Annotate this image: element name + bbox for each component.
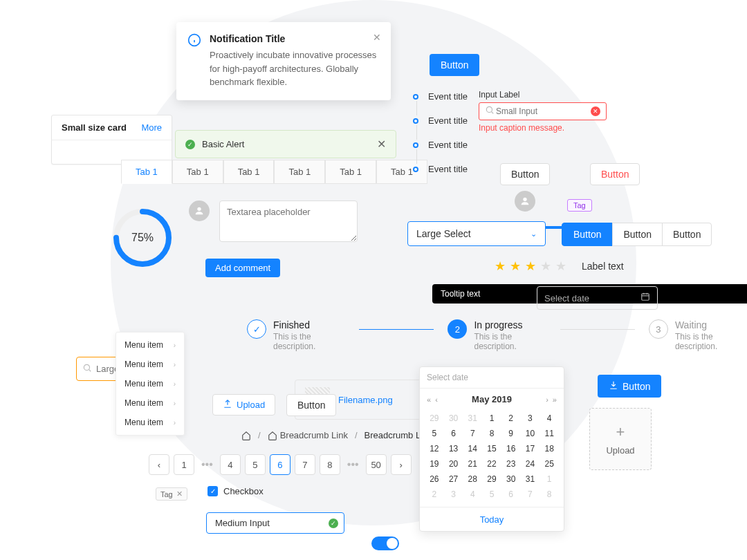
add-comment-button[interactable]: Add comment	[205, 259, 280, 277]
star-icon[interactable]: ★	[495, 259, 506, 274]
file-name[interactable]: Filename.png	[338, 395, 393, 405]
star-icon[interactable]: ★	[555, 259, 566, 274]
calendar-day[interactable]: 28	[463, 472, 481, 486]
calendar-day[interactable]: 19	[425, 457, 443, 471]
prev-page-button[interactable]: ‹	[149, 454, 169, 475]
calendar-day[interactable]: 18	[540, 442, 558, 456]
page-button[interactable]: 5	[245, 454, 266, 475]
tab-item[interactable]: Tab 1	[172, 160, 223, 184]
calendar-day[interactable]: 14	[463, 442, 481, 456]
calendar-day[interactable]: 6	[445, 427, 463, 440]
calendar-day[interactable]: 26	[425, 472, 443, 486]
breadcrumb-link[interactable]: Breadcrumb Link	[268, 430, 348, 440]
calendar-day[interactable]: 22	[483, 457, 501, 471]
small-input[interactable]	[479, 102, 607, 120]
close-icon[interactable]: ✕	[373, 32, 381, 43]
calendar-day[interactable]: 29	[425, 411, 443, 425]
page-button[interactable]: 50	[366, 454, 387, 475]
calendar-day[interactable]: 24	[522, 457, 540, 471]
calendar-day[interactable]: 7	[522, 487, 540, 501]
group-button-1[interactable]: Button	[562, 223, 613, 246]
calendar-day[interactable]: 20	[445, 457, 463, 471]
calendar-day[interactable]: 16	[502, 442, 520, 456]
calendar-day[interactable]: 29	[483, 472, 501, 486]
next-page-button[interactable]: ›	[391, 454, 412, 475]
calendar-day[interactable]: 2	[502, 411, 520, 425]
group-button-2[interactable]: Button	[612, 223, 662, 246]
calendar-day[interactable]: 7	[463, 427, 481, 440]
menu-item[interactable]: Menu item›	[116, 335, 184, 355]
tab-item[interactable]: Tab 1	[121, 160, 172, 184]
calendar-day[interactable]: 8	[540, 487, 558, 501]
large-select[interactable]: Large Select ⌄	[407, 221, 546, 246]
calendar-day[interactable]: 1	[483, 411, 501, 425]
group-button-3[interactable]: Button	[662, 223, 712, 246]
calendar-day[interactable]: 4	[540, 411, 558, 425]
calendar-day[interactable]: 27	[445, 472, 463, 486]
calendar-day[interactable]: 4	[463, 487, 481, 501]
tab-item[interactable]: Tab 1	[274, 160, 325, 184]
default-button[interactable]: Button	[286, 394, 336, 416]
default-button[interactable]: Button	[500, 163, 550, 185]
comment-textarea[interactable]	[219, 200, 358, 242]
page-button[interactable]: 1	[174, 454, 194, 475]
menu-item[interactable]: Menu item›	[116, 374, 184, 393]
tab-item[interactable]: Tab 1	[223, 160, 275, 184]
calendar-day[interactable]: 31	[463, 411, 481, 425]
home-icon[interactable]	[241, 431, 251, 440]
calendar-day[interactable]: 3	[445, 487, 463, 501]
menu-item[interactable]: Menu item›	[116, 393, 184, 413]
close-icon[interactable]: ✕	[377, 138, 386, 151]
card-more-link[interactable]: More	[141, 122, 162, 133]
menu-item[interactable]: Menu item›	[116, 355, 184, 374]
page-button[interactable]: 8	[320, 454, 340, 475]
next-year-icon[interactable]: »	[553, 395, 557, 404]
today-button[interactable]: Today	[480, 514, 504, 525]
timeline: Event titleEvent titleEvent titleEvent t…	[413, 91, 468, 188]
calendar-title[interactable]: May 2019	[472, 394, 512, 404]
calendar-day[interactable]: 9	[502, 427, 520, 440]
prev-year-icon[interactable]: «	[427, 395, 431, 404]
calendar-input[interactable]: Select date	[420, 367, 564, 389]
calendar-day[interactable]: 21	[463, 457, 481, 471]
star-icon[interactable]: ★	[540, 259, 551, 274]
notification-card: ✕ Notification Title Proactively incubat…	[176, 22, 391, 100]
calendar-day[interactable]: 8	[483, 427, 501, 440]
upload-button[interactable]: Upload	[212, 394, 275, 416]
calendar-day[interactable]: 10	[522, 427, 540, 440]
tab-item[interactable]: Tab 1	[325, 160, 376, 184]
calendar-day[interactable]: 15	[483, 442, 501, 456]
calendar-day[interactable]: 1	[540, 472, 558, 486]
calendar-day[interactable]: 31	[522, 472, 540, 486]
primary-button[interactable]: Button	[430, 54, 479, 76]
calendar-day[interactable]: 6	[502, 487, 520, 501]
calendar-day[interactable]: 5	[483, 487, 501, 501]
star-icon[interactable]: ★	[510, 259, 521, 274]
calendar-day[interactable]: 5	[425, 427, 443, 440]
calendar-day[interactable]: 12	[425, 442, 443, 456]
medium-input[interactable]	[206, 512, 344, 534]
calendar-day[interactable]: 11	[540, 427, 558, 440]
checkbox-field[interactable]: ✓ Checkbox	[208, 486, 264, 496]
calendar-day[interactable]: 30	[502, 472, 520, 486]
prev-month-icon[interactable]: ‹	[435, 395, 438, 404]
page-button[interactable]: 6	[270, 454, 290, 475]
upload-dropzone[interactable]: + Upload	[589, 408, 652, 470]
calendar-day[interactable]: 17	[522, 442, 540, 456]
page-button[interactable]: 7	[295, 454, 315, 475]
calendar-day[interactable]: 30	[445, 411, 463, 425]
close-icon[interactable]: ✕	[176, 489, 183, 498]
danger-button[interactable]: Button	[590, 163, 640, 185]
date-picker-input[interactable]: Select date	[537, 286, 658, 310]
menu-item[interactable]: Menu item›	[116, 413, 184, 432]
calendar-day[interactable]: 3	[522, 411, 540, 425]
calendar-day[interactable]: 13	[445, 442, 463, 456]
calendar-day[interactable]: 2	[425, 487, 443, 501]
next-month-icon[interactable]: ›	[546, 395, 548, 404]
toggle-switch[interactable]	[371, 536, 399, 550]
download-button[interactable]: Button	[598, 375, 661, 398]
calendar-day[interactable]: 23	[502, 457, 520, 471]
page-button[interactable]: 4	[220, 454, 241, 475]
calendar-day[interactable]: 25	[540, 457, 558, 471]
star-icon[interactable]: ★	[525, 259, 536, 274]
